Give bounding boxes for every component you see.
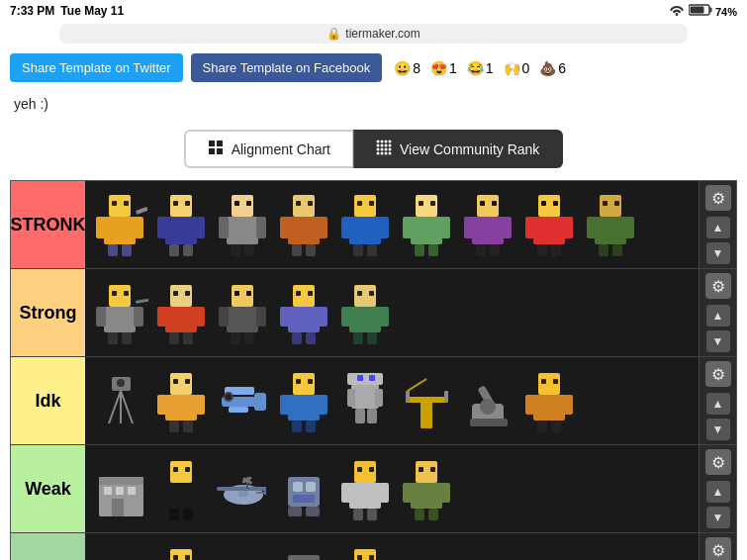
svg-rect-1 <box>709 8 711 13</box>
svg-rect-219 <box>349 483 381 509</box>
community-rank-tab[interactable]: View Community Rank <box>353 130 563 168</box>
svg-rect-148 <box>183 420 193 432</box>
reaction-clap[interactable]: 🙌 0 <box>504 60 530 76</box>
alignment-chart-tab[interactable]: Alignment Chart <box>184 130 353 168</box>
svg-rect-89 <box>595 217 626 244</box>
url-bar: 🔒 tiermaker.com <box>59 24 688 44</box>
svg-point-8 <box>381 140 384 143</box>
list-item[interactable] <box>152 542 212 560</box>
list-item[interactable] <box>459 366 518 435</box>
list-item[interactable] <box>459 190 518 259</box>
list-item[interactable] <box>214 454 273 523</box>
svg-rect-42 <box>219 217 229 238</box>
svg-rect-217 <box>306 507 320 516</box>
svg-rect-87 <box>553 201 558 206</box>
svg-rect-214 <box>306 482 316 492</box>
list-item[interactable] <box>91 190 150 259</box>
list-item[interactable] <box>152 454 212 523</box>
settings-button-strong[interactable]: ⚙ <box>705 273 731 299</box>
svg-rect-133 <box>353 332 363 344</box>
settings-button-useless[interactable]: ⚙ <box>705 537 731 560</box>
list-item[interactable] <box>275 278 334 347</box>
svg-rect-30 <box>124 201 129 206</box>
list-item[interactable] <box>91 366 150 435</box>
svg-rect-194 <box>112 499 124 516</box>
list-item[interactable] <box>582 190 641 259</box>
svg-rect-51 <box>318 217 327 238</box>
list-item[interactable] <box>398 454 457 523</box>
list-item[interactable] <box>398 366 457 435</box>
svg-rect-124 <box>318 307 327 327</box>
list-item[interactable] <box>336 366 396 435</box>
tier-controls-idk: ⚙ ▲ ▼ <box>699 357 736 444</box>
svg-rect-230 <box>415 509 424 520</box>
list-item[interactable] <box>214 190 273 259</box>
settings-button-idk[interactable]: ⚙ <box>705 361 731 387</box>
svg-rect-122 <box>288 307 320 332</box>
list-item[interactable] <box>152 278 212 347</box>
move-up-button-weak[interactable]: ▲ <box>706 481 730 503</box>
reaction-laugh[interactable]: 😂 1 <box>467 60 494 76</box>
lock-icon: 🔒 <box>327 27 341 41</box>
svg-rect-224 <box>357 467 362 472</box>
reaction-heart-eyes[interactable]: 😍 1 <box>430 60 457 76</box>
list-item[interactable] <box>214 278 273 347</box>
list-item[interactable] <box>275 366 334 435</box>
svg-point-16 <box>381 148 384 151</box>
move-down-button-stronk[interactable]: ▼ <box>706 242 730 264</box>
list-item[interactable] <box>336 190 396 259</box>
move-down-button-strong[interactable]: ▼ <box>706 330 730 352</box>
svg-rect-119 <box>234 291 239 296</box>
svg-rect-195 <box>99 477 143 485</box>
reaction-happy[interactable]: 😀 8 <box>394 60 420 76</box>
svg-rect-67 <box>440 217 450 238</box>
list-item[interactable] <box>91 454 150 523</box>
list-item[interactable] <box>336 278 396 347</box>
grid-icon <box>208 140 224 158</box>
settings-button-weak[interactable]: ⚙ <box>705 449 731 475</box>
list-item[interactable] <box>398 190 457 259</box>
list-item[interactable] <box>336 542 396 560</box>
list-item[interactable] <box>275 454 334 523</box>
twitter-share-button[interactable]: Share Template on Twitter <box>10 53 183 82</box>
move-up-button-strong[interactable]: ▲ <box>706 305 730 327</box>
list-item[interactable] <box>336 454 396 523</box>
svg-rect-61 <box>367 244 377 256</box>
svg-rect-28 <box>122 244 132 256</box>
tier-items-weak <box>85 445 699 532</box>
svg-rect-266 <box>357 555 362 560</box>
svg-rect-231 <box>428 509 438 520</box>
move-down-button-idk[interactable]: ▼ <box>706 419 730 440</box>
list-item[interactable] <box>91 278 150 347</box>
svg-rect-162 <box>306 420 316 432</box>
list-item[interactable] <box>214 542 273 560</box>
svg-rect-70 <box>419 201 423 206</box>
list-item[interactable] <box>275 190 334 259</box>
facebook-share-button[interactable]: Share Template on Facebook <box>191 53 383 82</box>
svg-rect-232 <box>419 467 423 472</box>
tier-row-strong: Strong <box>11 269 736 357</box>
move-up-button-stronk[interactable]: ▲ <box>706 217 730 238</box>
list-item[interactable] <box>152 366 212 435</box>
svg-rect-52 <box>292 244 302 256</box>
tier-controls-strong: ⚙ ▲ ▼ <box>699 269 736 356</box>
list-item[interactable] <box>520 366 580 435</box>
list-item[interactable] <box>214 366 273 435</box>
list-item[interactable] <box>520 190 580 259</box>
list-item[interactable] <box>275 542 334 560</box>
svg-rect-132 <box>379 307 389 327</box>
svg-rect-78 <box>480 201 485 206</box>
svg-rect-50 <box>280 217 290 238</box>
list-item[interactable] <box>152 190 212 259</box>
reaction-poop[interactable]: 💩 6 <box>539 60 566 76</box>
svg-rect-94 <box>603 201 607 206</box>
move-down-button-weak[interactable]: ▼ <box>706 507 730 528</box>
svg-rect-222 <box>353 509 363 520</box>
svg-rect-223 <box>367 509 377 520</box>
list-item[interactable] <box>91 542 150 560</box>
settings-button-stronk[interactable]: ⚙ <box>705 185 731 211</box>
svg-rect-76 <box>476 244 486 256</box>
svg-rect-171 <box>357 375 363 381</box>
move-up-button-idk[interactable]: ▲ <box>706 393 730 415</box>
svg-rect-2 <box>690 7 703 14</box>
